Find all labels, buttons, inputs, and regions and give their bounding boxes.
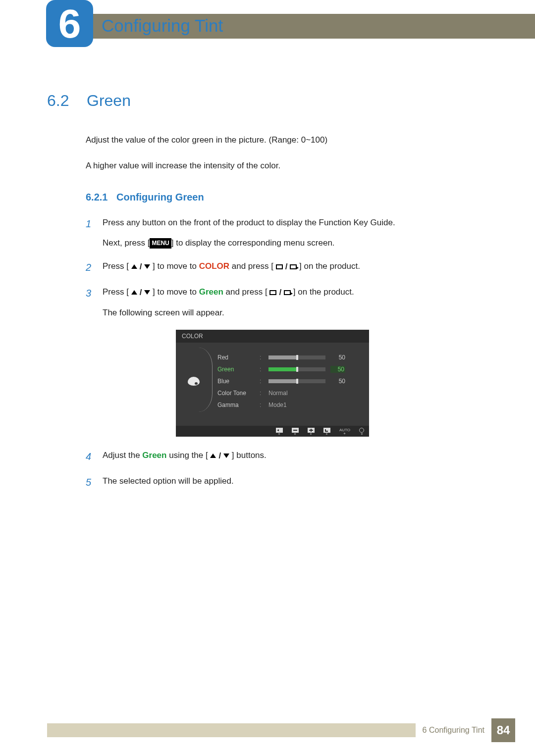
osd-title: COLOR: [176, 330, 369, 343]
step-1-line1: Press any button on the front of the pro…: [103, 216, 498, 229]
osd-auto-button[interactable]: AUTO: [339, 428, 350, 434]
step-3-line2: The following screen will appear.: [103, 306, 498, 319]
step-3: 3 Press [ / ] to move to Green and press…: [86, 285, 498, 319]
osd-enter-button[interactable]: [323, 428, 330, 435]
osd-power-button[interactable]: [359, 428, 364, 435]
osd-row-label: Green: [217, 366, 255, 373]
osd-minus-button[interactable]: [292, 428, 299, 435]
text-fragment: ] to display the corresponding menu scre…: [171, 238, 335, 248]
osd-row[interactable]: Color Tone:Normal: [217, 387, 361, 399]
subsection-title: Configuring Green: [116, 192, 204, 203]
osd-row[interactable]: Gamma:Mode1: [217, 399, 361, 411]
osd-row[interactable]: Green:50: [217, 363, 361, 375]
step-1: 1 Press any button on the front of the p…: [86, 216, 498, 250]
osd-colon: :: [260, 354, 264, 361]
intro-text-1: Adjust the value of the color green in t…: [86, 134, 498, 147]
chapter-title: Configuring Tint: [102, 16, 223, 36]
step-4: 4 Adjust the Green using the [ / ] butto…: [86, 449, 498, 464]
page-footer: 6 Configuring Tint 84: [47, 718, 535, 742]
osd-colon: :: [260, 378, 264, 385]
text-fragment: ] to move to: [153, 287, 199, 297]
section-heading: 6.2 Green: [47, 92, 498, 110]
osd-colon: :: [260, 366, 264, 373]
osd-value: Mode1: [268, 402, 287, 408]
step-5: 5 The selected option will be applied.: [86, 474, 498, 490]
osd-value: Normal: [268, 390, 288, 397]
step-3-text: Press [ / ] to move to Green and press […: [103, 285, 498, 319]
step-number: 1: [86, 216, 103, 232]
osd-row[interactable]: Red:50: [217, 352, 361, 363]
footer-chapter-text: 6 Configuring Tint: [416, 726, 491, 735]
text-fragment: Press [: [103, 287, 129, 297]
text-fragment: ] on the product.: [293, 287, 354, 297]
select-enter-icon: /: [276, 260, 297, 273]
step-number: 4: [86, 449, 103, 464]
text-fragment: ] to move to: [153, 261, 199, 271]
osd-menu: COLOR Red:50Green:50Blue:50Color Tone:No…: [176, 330, 369, 437]
text-fragment: Press [: [103, 261, 129, 271]
osd-slider[interactable]: [268, 379, 325, 383]
subsection-heading: 6.2.1 Configuring Green: [86, 192, 498, 203]
osd-arc-divider: [199, 348, 213, 412]
text-fragment: and press [: [226, 287, 268, 297]
osd-row[interactable]: Blue:50: [217, 375, 361, 387]
palette-icon: [188, 377, 200, 386]
keyword-green: Green: [142, 451, 166, 460]
osd-colon: :: [260, 390, 264, 397]
up-down-icon: /: [210, 449, 229, 462]
footer-bar: [47, 723, 416, 737]
step-4-text: Adjust the Green using the [ / ] buttons…: [103, 449, 498, 462]
osd-row-label: Blue: [217, 378, 255, 385]
osd-row-label: Gamma: [217, 402, 255, 408]
subsection-number: 6.2.1: [86, 192, 116, 203]
section-number: 6.2: [47, 92, 87, 110]
keyword-green: Green: [199, 287, 223, 297]
osd-body: Red:50Green:50Blue:50Color Tone:NormalGa…: [176, 343, 369, 426]
osd-category-icon-column: [184, 352, 204, 411]
step-number: 2: [86, 259, 103, 275]
page-content: 6.2 Green Adjust the value of the color …: [47, 92, 498, 500]
footer-page-number: 84: [491, 718, 515, 742]
osd-row-label: Color Tone: [217, 390, 255, 397]
step-number: 5: [86, 474, 103, 490]
step-number: 3: [86, 285, 103, 301]
osd-value: 50: [330, 378, 345, 385]
step-1-line2: Next, press [MENU] to display the corres…: [103, 236, 498, 250]
step-2: 2 Press [ / ] to move to COLOR and press…: [86, 259, 498, 275]
intro-text-2: A higher value will increase the intensi…: [86, 159, 498, 172]
step-5-text: The selected option will be applied.: [103, 474, 498, 488]
keyword-color: COLOR: [199, 261, 229, 271]
osd-value: 50: [330, 366, 345, 373]
text-fragment: Next, press [: [103, 238, 150, 248]
osd-row-label: Red: [217, 354, 255, 361]
text-fragment: using the [: [169, 451, 208, 460]
osd-back-button[interactable]: [276, 428, 283, 435]
osd-colon: :: [260, 402, 264, 408]
text-fragment: ] buttons.: [232, 451, 267, 460]
text-fragment: ] on the product.: [299, 261, 360, 271]
text-fragment: and press [: [232, 261, 273, 271]
section-title: Green: [87, 92, 131, 110]
text-fragment: Adjust the: [103, 451, 142, 460]
chapter-number-badge: 6: [46, 0, 93, 47]
step-2-text: Press [ / ] to move to COLOR and press […: [103, 259, 498, 273]
menu-button-label: MENU: [150, 238, 171, 249]
osd-slider[interactable]: [268, 367, 325, 371]
osd-value: 50: [330, 354, 345, 361]
up-down-icon: /: [131, 286, 151, 299]
up-down-icon: /: [131, 260, 151, 273]
osd-slider[interactable]: [268, 355, 325, 359]
osd-plus-button[interactable]: [308, 428, 315, 435]
osd-footer: AUTO: [176, 426, 369, 437]
osd-rows: Red:50Green:50Blue:50Color Tone:NormalGa…: [204, 352, 361, 411]
select-enter-icon: /: [269, 286, 291, 299]
